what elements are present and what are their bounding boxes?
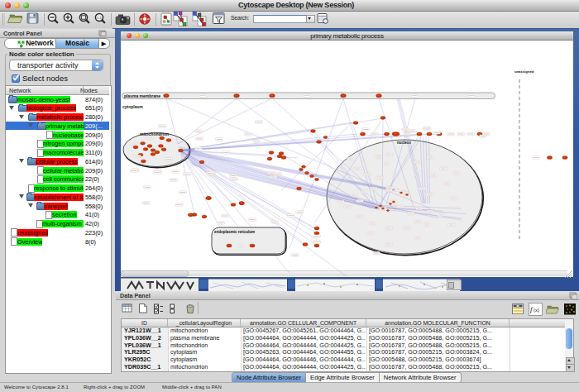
svg-text:(x): (x) (534, 308, 539, 313)
svg-text:endoplasmic reticulum: endoplasmic reticulum (214, 230, 255, 234)
svg-text:mitochondrion: mitochondrion (140, 131, 169, 136)
svg-text:cytoplasm: cytoplasm (122, 104, 143, 109)
svg-text:plasma membrane: plasma membrane (124, 93, 160, 98)
svg-text:unassigned: unassigned (514, 69, 534, 74)
svg-text:1:1: 1:1 (97, 16, 102, 20)
